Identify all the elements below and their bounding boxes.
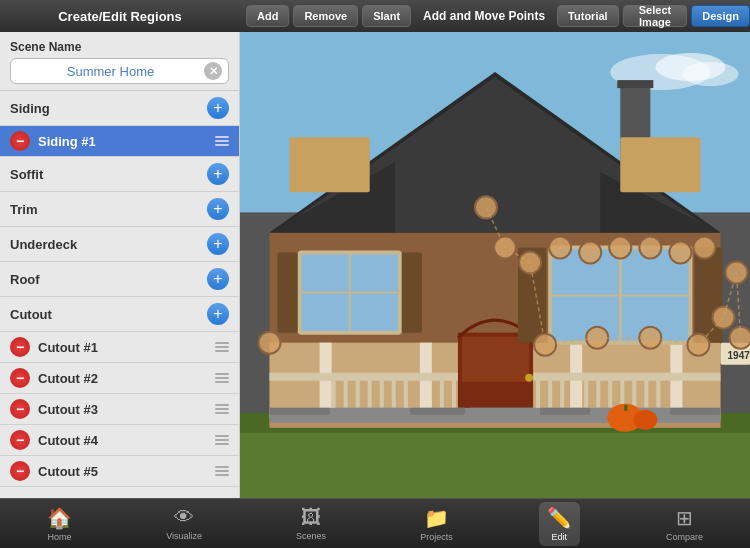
svg-point-80 [609,236,631,258]
scene-name-label: Scene Name [10,40,229,54]
add-category-button[interactable]: + [207,268,229,290]
category-label: Underdeck [10,237,207,252]
remove-region-button[interactable]: − [10,461,30,481]
region-name: Cutout #2 [38,371,215,386]
main-content: Scene Name ✕ Siding + − Siding #1 Soffit… [0,32,750,498]
tab-icon-edit: ✏️ [547,506,572,530]
category-label: Roof [10,272,207,287]
svg-point-3 [682,62,738,86]
mode-label: Add and Move Points [423,9,545,23]
tab-icon-projects: 📁 [424,506,449,530]
region-handle[interactable] [215,342,229,352]
svg-rect-60 [290,137,370,192]
region-item[interactable]: − Siding #1 [0,126,239,157]
tab-item-projects[interactable]: 📁 Projects [412,502,461,546]
category-row-siding: Siding + [0,91,239,126]
tab-bar-items: 🏠 Home 👁 Visualize 🖼 Scenes 📁 Projects ✏… [0,502,750,546]
category-row-trim: Trim + [0,192,239,227]
region-name: Cutout #4 [38,433,215,448]
category-label: Cutout [10,307,207,322]
svg-rect-66 [470,408,535,415]
add-category-button[interactable]: + [207,97,229,119]
svg-point-47 [525,374,533,382]
svg-rect-72 [624,405,627,411]
svg-rect-69 [670,408,720,415]
tab-label-scenes: Scenes [296,531,326,541]
remove-region-button[interactable]: − [10,430,30,450]
tab-icon-home: 🏠 [47,506,72,530]
category-row-cutout: Cutout + [0,297,239,332]
tab-label-compare: Compare [666,532,703,542]
scene-name-input-wrap: ✕ [10,58,229,84]
top-bar: Create/Edit Regions Add Remove Slant Add… [0,0,750,32]
region-handle[interactable] [215,404,229,414]
region-name: Siding #1 [38,134,215,149]
category-row-underdeck: Underdeck + [0,227,239,262]
remove-region-button[interactable]: − [10,399,30,419]
svg-rect-65 [410,408,465,415]
tab-label-edit: Edit [552,532,568,542]
scene-name-section: Scene Name ✕ [0,32,239,91]
region-item[interactable]: − Cutout #5 [0,456,239,487]
tab-item-home[interactable]: 🏠 Home [39,502,80,546]
remove-region-button[interactable]: − [10,131,30,151]
svg-point-82 [669,241,691,263]
add-category-button[interactable]: + [207,198,229,220]
add-button[interactable]: Add [246,5,289,27]
add-category-button[interactable]: + [207,163,229,185]
category-row-roof: Roof + [0,262,239,297]
svg-rect-64 [335,408,405,415]
design-button[interactable]: Design [691,5,750,27]
add-category-button[interactable]: + [207,303,229,325]
svg-point-71 [633,410,657,430]
svg-rect-12 [617,80,653,88]
svg-rect-61 [620,137,700,192]
region-name: Cutout #3 [38,402,215,417]
svg-point-91 [258,332,280,354]
image-area: 1947 [240,32,750,498]
sidebar-categories: Siding + − Siding #1 Soffit + Trim + Und… [0,91,239,487]
tab-item-visualize[interactable]: 👁 Visualize [158,502,210,545]
region-name: Cutout #5 [38,464,215,479]
svg-rect-46 [462,337,529,382]
tab-label-projects: Projects [420,532,453,542]
region-handle[interactable] [215,373,229,383]
tutorial-button[interactable]: Tutorial [557,5,619,27]
category-row-soffit: Soffit + [0,157,239,192]
region-name: Cutout #1 [38,340,215,355]
svg-point-79 [579,241,601,263]
region-item[interactable]: − Cutout #4 [0,425,239,456]
region-handle[interactable] [215,466,229,476]
category-label: Siding [10,101,207,116]
region-item[interactable]: − Cutout #1 [0,332,239,363]
slant-button[interactable]: Slant [362,5,411,27]
add-category-button[interactable]: + [207,233,229,255]
svg-rect-63 [270,408,330,415]
svg-rect-4 [240,423,750,498]
svg-point-78 [549,236,571,258]
category-label: Trim [10,202,207,217]
svg-point-81 [639,236,661,258]
region-item[interactable]: − Cutout #2 [0,363,239,394]
remove-button[interactable]: Remove [293,5,358,27]
select-image-button[interactable]: Select Image [623,5,688,27]
region-handle[interactable] [215,435,229,445]
tab-icon-visualize: 👁 [174,506,194,529]
remove-region-button[interactable]: − [10,337,30,357]
svg-rect-59 [402,252,422,332]
tab-icon-scenes: 🖼 [301,506,321,529]
tab-label-home: Home [48,532,72,542]
remove-region-button[interactable]: − [10,368,30,388]
scene-name-input[interactable] [17,64,204,79]
svg-point-85 [586,327,608,349]
scene-clear-button[interactable]: ✕ [204,62,222,80]
svg-text:1947: 1947 [727,350,750,361]
region-handle[interactable] [215,136,229,146]
region-item[interactable]: − Cutout #3 [0,394,239,425]
tab-item-compare[interactable]: ⊞ Compare [658,502,711,546]
tab-item-edit[interactable]: ✏️ Edit [539,502,580,546]
svg-rect-58 [278,252,298,332]
tab-icon-compare: ⊞ [676,506,693,530]
tab-item-scenes[interactable]: 🖼 Scenes [288,502,334,545]
tab-label-visualize: Visualize [166,531,202,541]
